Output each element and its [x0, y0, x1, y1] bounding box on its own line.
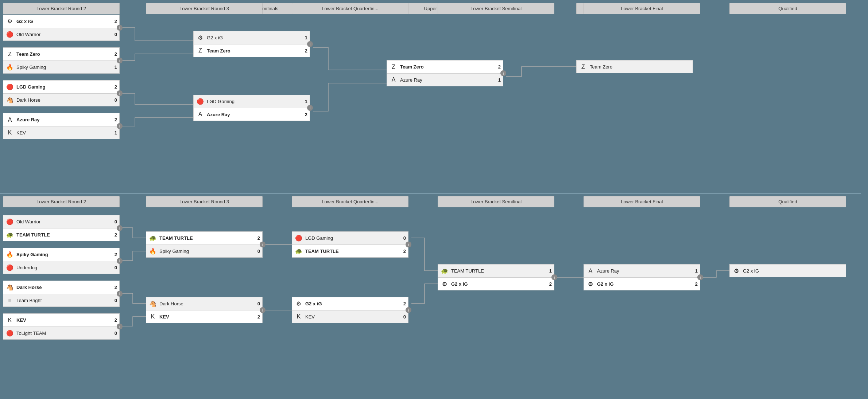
team-row: 🐢TEAM TURTLE1	[438, 264, 554, 277]
team-score: 0	[111, 219, 117, 224]
match-group: 🔥Spiky Gaming2🔴Underdog0i	[3, 248, 120, 274]
team-row: ZTeam Zero2	[193, 44, 310, 57]
team-name: LGD Gaming	[16, 84, 109, 90]
team-name: TEAM TURTLE	[451, 268, 544, 274]
team-icon: ⚙	[196, 34, 205, 42]
match-group: ⚙G2 x iG2🔴Old Warrior0i	[3, 15, 120, 41]
team-icon: 🔴	[5, 329, 14, 337]
team-icon: 🔴	[5, 83, 14, 91]
info-button[interactable]: i	[117, 291, 123, 297]
team-row: ⚙G2 x iG2	[584, 277, 700, 290]
team-score: 0	[111, 330, 117, 336]
team-row: AAzure Ray1	[584, 264, 700, 277]
team-score: 1	[111, 130, 117, 136]
team-icon: K	[5, 128, 14, 137]
team-name: G2 x iG	[207, 35, 299, 40]
info-button[interactable]: i	[117, 58, 123, 63]
match-group: ⚙G2 x iG2KKEV0i	[292, 297, 408, 323]
team-score: 1	[495, 77, 501, 83]
team-score: 2	[254, 314, 260, 320]
info-button[interactable]: i	[117, 123, 123, 129]
team-name: G2 x iG	[16, 19, 109, 24]
team-name: Azure Ray	[400, 77, 493, 83]
team-row: ⚙G2 x iG2	[438, 277, 554, 290]
team-name: KEV	[159, 314, 252, 320]
team-score: 0	[111, 32, 117, 37]
team-name: Old Warrior	[16, 32, 109, 37]
team-score: 1	[546, 268, 552, 274]
info-button[interactable]: i	[117, 90, 123, 96]
info-button[interactable]: i	[697, 274, 703, 280]
team-row: ZTeam Zero	[576, 60, 693, 73]
team-row: ⚙G2 x iG1	[193, 31, 310, 44]
team-score: 1	[692, 268, 698, 274]
match-group: 🔴LGD Gaming2🐴Dark Horse0i	[3, 80, 120, 106]
team-score: 2	[111, 117, 117, 122]
team-icon: 🔥	[148, 247, 157, 255]
info-button[interactable]: i	[260, 307, 266, 313]
team-name: G2 x iG	[597, 281, 690, 287]
team-icon: A	[196, 110, 205, 119]
team-name: Team Zero	[590, 64, 690, 70]
info-button[interactable]: i	[260, 242, 266, 247]
team-score: 0	[400, 314, 406, 320]
team-score: 0	[254, 301, 260, 306]
info-wrap: i	[499, 70, 506, 76]
info-button[interactable]: i	[406, 242, 411, 247]
team-name: LGD Gaming	[305, 235, 398, 241]
info-wrap: i	[696, 274, 703, 280]
team-icon: 🐴	[5, 283, 14, 292]
match-group: 🔴LGD Gaming0🐢TEAM TURTLE2i	[292, 231, 408, 258]
match-group: 🔴LGD Gaming1AAzure Ray2i	[193, 95, 310, 121]
team-row: 🐴Dark Horse0	[3, 93, 120, 106]
lower-round-header: Qualified	[729, 196, 846, 207]
info-button[interactable]: i	[307, 41, 313, 47]
section-divider	[0, 193, 861, 194]
team-row: 🔥Spiky Gaming2	[3, 248, 120, 261]
team-icon: 🐴	[148, 300, 157, 308]
team-icon: 🐢	[440, 267, 449, 275]
info-button[interactable]: i	[117, 258, 123, 264]
team-row: ZTeam Zero2	[387, 60, 503, 73]
team-row: AAzure Ray2	[193, 108, 310, 121]
lower-round-header: Lower Bracket Final	[584, 196, 700, 207]
team-score: 2	[546, 281, 552, 287]
team-name: G2 x iG	[305, 301, 398, 306]
team-name: Dark Horse	[16, 97, 109, 103]
bracket-area: Upper Bracket Quarterfin...⚙G2 x iG2🔴Old…	[0, 0, 861, 394]
team-row: AAzure Ray1	[387, 73, 503, 86]
team-name: ToLight TEAM	[16, 330, 109, 336]
team-icon: 🔥	[5, 250, 14, 259]
team-score: 2	[254, 235, 260, 241]
info-button[interactable]: i	[117, 225, 123, 231]
team-name: LGD Gaming	[207, 99, 299, 104]
info-button[interactable]: i	[307, 105, 313, 111]
team-icon: Z	[196, 46, 205, 55]
team-score: 2	[495, 64, 501, 70]
round-header: Lower Bracket Semifinal	[438, 3, 554, 14]
match-group: ZTeam Zero	[576, 60, 693, 73]
team-row: ZTeam Zero2	[3, 47, 120, 60]
team-row: 🔴ToLight TEAM0	[3, 326, 120, 340]
team-score: 2	[111, 84, 117, 90]
info-wrap: i	[115, 123, 123, 129]
match-group: ZTeam Zero2AAzure Ray1i	[387, 60, 503, 86]
lower-round-header: Lower Bracket Quarterfin...	[292, 196, 408, 207]
info-wrap: i	[115, 90, 123, 96]
round-header: Lower Bracket Quarterfin...	[292, 3, 408, 14]
team-name: TEAM TURTLE	[16, 232, 109, 238]
team-icon: 🔴	[5, 263, 14, 272]
info-button[interactable]: i	[117, 324, 123, 329]
team-icon: Z	[389, 63, 398, 71]
info-button[interactable]: i	[551, 274, 557, 280]
team-score: 2	[111, 285, 117, 290]
team-name: TEAM TURTLE	[159, 235, 252, 241]
team-name: Dark Horse	[159, 301, 252, 306]
team-name: Old Warrior	[16, 219, 109, 224]
match-group: 🔴Old Warrior0🐢TEAM TURTLE2i	[3, 215, 120, 241]
info-button[interactable]: i	[117, 25, 123, 31]
info-button[interactable]: i	[500, 70, 506, 76]
team-name: Azure Ray	[207, 112, 299, 117]
info-button[interactable]: i	[406, 307, 411, 313]
team-row: 🔴Old Warrior0	[3, 215, 120, 228]
